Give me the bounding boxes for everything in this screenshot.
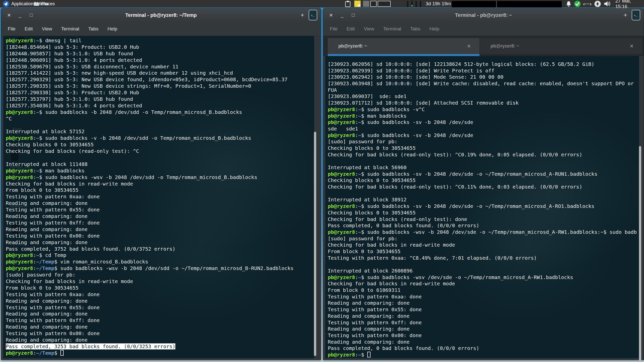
terminal-line: pb@ryzer8:~$ sudo badblocks -sv -b 2048 … [328,203,637,210]
top-panel: Applications Menu Places 3d 19h 19m [0,0,644,8]
code-brackets-icon[interactable]: ‹···› [583,0,591,8]
terminal-app-icon[interactable]: ›_ [309,10,317,20]
scrollbar-right[interactable] [639,146,641,362]
terminal-window-left: ✕ _ □ Terminal - pb@ryzer8: ~/Temp + ›_ … [1,8,321,360]
folder-icon [34,2,39,6]
workspace-pager[interactable] [363,1,391,7]
terminal-line: [230923.063948] sd 10:0:0:0: [sde] Write… [328,80,637,87]
system-monitor-graph-2[interactable] [497,1,562,8]
places-button[interactable]: Places [32,0,56,8]
terminal-line: [182577.290329] usb 5-3: New USB device … [6,76,294,83]
terminal-app-icon[interactable]: ›_ [632,10,640,20]
terminal-line: Checking for bad blocks (read-only test)… [6,148,294,155]
terminal-line: Testing with pattern 0x55: done [6,304,294,311]
menubar-left: File Edit View Terminal Tabs Help [1,22,321,36]
terminal-line: Testing with pattern 0x00: done [6,233,294,239]
terminal-line: Reading and comparing: done [6,324,294,330]
new-tab-button[interactable]: + [624,12,627,19]
uptime-label: 3d 19h 19m [426,0,451,8]
terminal-viewport-right[interactable]: [230923.062056] sd 10:0:0:0: [sde] 12213… [325,56,639,358]
titlebar-right[interactable]: ✕ _ □ Terminal - pb@ryzer8: ~ + ›_ [323,8,644,22]
terminal-line: From block 0 to 30534655 [328,248,637,255]
menu-help[interactable]: Help [429,26,439,32]
terminal-line: From block 0 to 30534655 [6,187,294,194]
terminal-line [328,158,637,164]
terminal-line: pb@ryzer8:~$ cd Temp [6,252,294,259]
menu-terminal[interactable]: Terminal [383,26,401,32]
terminal-line [6,122,294,129]
places-label: Places [41,1,55,7]
terminal-line: Checking blocks 0 to 30534655 [328,210,637,216]
terminal-line: Pass completed, 0 bad blocks found. (0/0… [328,222,637,229]
terminal-line: Reading and comparing: done [328,300,637,306]
terminal-line: Reading and comparing: done [6,213,294,220]
terminal-viewport-left[interactable]: File SystemTrashstorage_2tbSpielwieseWIN… [3,36,314,358]
clipboard-manager-icon[interactable] [345,0,351,8]
terminal-line: Checking for bad blocks in read-write mo… [328,281,637,287]
terminal-line: [182577.290335] usb 5-3: New USB device … [6,83,294,89]
terminal-line: [182577.354036] hub 5-3:1.0: 4 ports det… [6,103,294,109]
terminal-line: pb@ryzer8:~$ sudo badblocks -v -b 2048 /… [6,135,294,142]
menu-view[interactable]: View [42,26,52,32]
terminal-line: Reading and comparing: done [328,313,637,320]
workspace-2[interactable] [370,1,377,7]
titlebar-left[interactable]: ✕ _ □ Terminal - pb@ryzer8: ~/Temp + ›_ [1,8,321,22]
tab-close-icon[interactable]: ✕ [630,43,634,49]
terminal-line: Reading and comparing: done [6,337,294,343]
workspace-3[interactable] [378,1,391,7]
terminal-line: pb@ryzer8:~$ sudo badblocks -wsv /dev/sd… [328,274,637,281]
terminal-line: Checking for bad blocks (read-only test)… [328,184,637,190]
terminal-line: From block 0 to 61069311 [328,287,637,294]
system-monitor-graph-1[interactable] [452,1,496,8]
terminal-line [328,261,637,268]
terminal-line: sde sde1 [328,126,637,132]
notification-bell-icon[interactable] [566,0,572,8]
new-tab-button[interactable]: + [301,12,304,19]
tab-inactive[interactable]: pb@ryzer8: ~ ✕ [480,38,642,54]
terminal-line [328,190,637,197]
scrollbar-left[interactable] [314,132,316,356]
terminal-line: Pass completed, 3253 bad blocks found. (… [6,343,294,350]
terminal-line: pb@ryzer8:~$ sudo badblocks -sv -b 2048 … [328,119,637,126]
terminal-line: Checking for bad blocks (read-only test)… [328,216,637,223]
terminal-line: [230923.069037] sde: sde1 [328,93,637,100]
terminal-line: FUA [328,87,637,94]
menu-edit[interactable]: Edit [347,26,355,32]
terminal-line: Testing with pattern 0x00: done [328,332,637,339]
power-manager-icon[interactable] [594,0,601,8]
terminal-line: [230923.062056] sd 10:0:0:0: [sde] 12213… [328,61,637,68]
menu-file[interactable]: File [330,26,338,32]
terminal-line: Reading and comparing: done [328,326,637,332]
terminal-line: pb@ryzer8:~$ sudo badblocks -sv -b 2048 … [328,171,637,177]
terminal-output-right: [230923.062056] sd 10:0:0:0: [sde] 12213… [328,61,637,358]
menu-terminal[interactable]: Terminal [61,26,79,32]
menu-tabs[interactable]: Tabs [410,26,420,32]
audio-meter-icon[interactable] [407,0,422,8]
updates-ok-icon[interactable] [574,0,581,8]
terminal-line: [230923.071712] sd 10:0:0:0: [sde] Attac… [328,100,637,106]
terminal-line: pb@ryzer8:~$ [328,352,637,358]
terminal-line: Testing with pattern 0xaa: done [328,294,637,300]
terminal-line: [182577.141422] usb 5-3: new high-speed … [6,70,294,76]
menu-tabs[interactable]: Tabs [88,26,98,32]
menu-help[interactable]: Help [107,26,117,32]
terminal-line: Testing with pattern 0xff: done [6,220,294,226]
volume-icon[interactable] [604,0,611,8]
menu-view[interactable]: View [364,26,374,32]
tab-active[interactable]: pb@ryzer8: ~ ✕ [328,38,479,54]
tab-close-icon[interactable]: ✕ [467,43,471,49]
notes-icon[interactable] [354,0,361,8]
terminal-line: pb@ryzer8:~$ sudo badblocks -wsv -b 2048… [328,229,637,236]
terminal-line: Checking blocks 0 to 30534655 [6,142,294,148]
terminal-window-right: ✕ _ □ Terminal - pb@ryzer8: ~ + ›_ File … [323,8,644,360]
terminal-line: From block 0 to 30534655 [6,285,294,291]
terminal-line: Reading and comparing: done [6,226,294,233]
menu-file[interactable]: File [8,26,16,32]
terminal-line: [sudo] password for pb: [328,139,637,145]
terminal-line: [182448.906091] hub 5-3:1.0: 4 ports det… [6,57,294,64]
workspace-1[interactable] [363,1,369,7]
menu-edit[interactable]: Edit [25,26,33,32]
clock-label: 27 Mai, 15:16 [615,0,644,8]
terminal-line: pb@ryzer8:~/Temp$ sudo badblocks -wsv -b… [6,265,294,272]
terminal-line: pb@ryzer8:~/Temp$ [6,350,294,356]
